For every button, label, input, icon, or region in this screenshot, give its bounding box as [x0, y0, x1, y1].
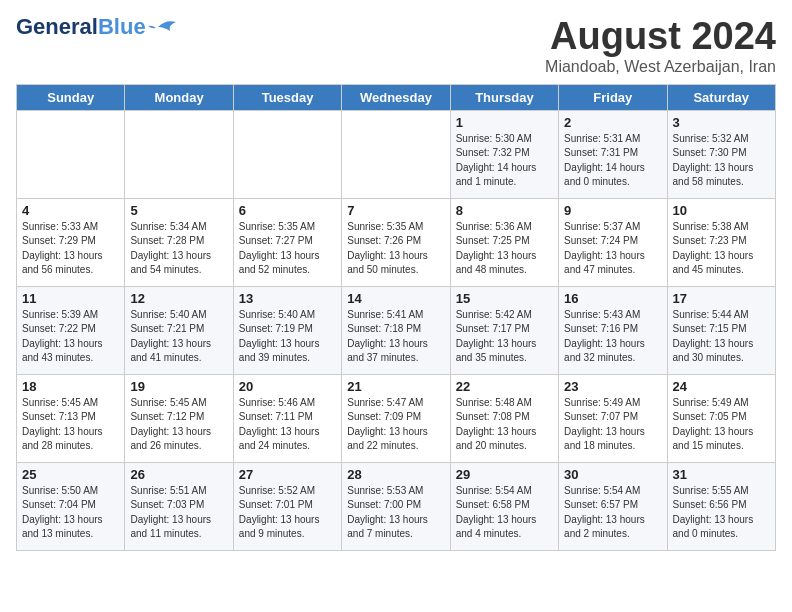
day-number: 13: [239, 291, 336, 306]
calendar-body: 1Sunrise: 5:30 AM Sunset: 7:32 PM Daylig…: [17, 110, 776, 550]
calendar-cell: 4Sunrise: 5:33 AM Sunset: 7:29 PM Daylig…: [17, 198, 125, 286]
day-info: Sunrise: 5:33 AM Sunset: 7:29 PM Dayligh…: [22, 220, 119, 278]
day-info: Sunrise: 5:49 AM Sunset: 7:05 PM Dayligh…: [673, 396, 770, 454]
day-info: Sunrise: 5:54 AM Sunset: 6:58 PM Dayligh…: [456, 484, 553, 542]
day-info: Sunrise: 5:35 AM Sunset: 7:27 PM Dayligh…: [239, 220, 336, 278]
calendar-cell: 2Sunrise: 5:31 AM Sunset: 7:31 PM Daylig…: [559, 110, 667, 198]
day-info: Sunrise: 5:50 AM Sunset: 7:04 PM Dayligh…: [22, 484, 119, 542]
day-info: Sunrise: 5:31 AM Sunset: 7:31 PM Dayligh…: [564, 132, 661, 190]
weekday-header-thursday: Thursday: [450, 84, 558, 110]
day-number: 24: [673, 379, 770, 394]
calendar-title: August 2024: [545, 16, 776, 58]
logo-bird-icon: [148, 17, 178, 37]
weekday-header-sunday: Sunday: [17, 84, 125, 110]
calendar-week-5: 25Sunrise: 5:50 AM Sunset: 7:04 PM Dayli…: [17, 462, 776, 550]
day-info: Sunrise: 5:40 AM Sunset: 7:21 PM Dayligh…: [130, 308, 227, 366]
weekday-header-tuesday: Tuesday: [233, 84, 341, 110]
day-number: 9: [564, 203, 661, 218]
calendar-cell: 10Sunrise: 5:38 AM Sunset: 7:23 PM Dayli…: [667, 198, 775, 286]
day-number: 4: [22, 203, 119, 218]
calendar-cell: 16Sunrise: 5:43 AM Sunset: 7:16 PM Dayli…: [559, 286, 667, 374]
day-number: 1: [456, 115, 553, 130]
calendar-cell: 26Sunrise: 5:51 AM Sunset: 7:03 PM Dayli…: [125, 462, 233, 550]
page-header: GeneralBlue August 2024 Miandoab, West A…: [16, 16, 776, 76]
calendar-week-2: 4Sunrise: 5:33 AM Sunset: 7:29 PM Daylig…: [17, 198, 776, 286]
day-info: Sunrise: 5:44 AM Sunset: 7:15 PM Dayligh…: [673, 308, 770, 366]
day-number: 31: [673, 467, 770, 482]
calendar-cell: 18Sunrise: 5:45 AM Sunset: 7:13 PM Dayli…: [17, 374, 125, 462]
day-number: 30: [564, 467, 661, 482]
day-info: Sunrise: 5:48 AM Sunset: 7:08 PM Dayligh…: [456, 396, 553, 454]
calendar-week-1: 1Sunrise: 5:30 AM Sunset: 7:32 PM Daylig…: [17, 110, 776, 198]
calendar-header: SundayMondayTuesdayWednesdayThursdayFrid…: [17, 84, 776, 110]
day-number: 17: [673, 291, 770, 306]
calendar-cell: 12Sunrise: 5:40 AM Sunset: 7:21 PM Dayli…: [125, 286, 233, 374]
day-number: 8: [456, 203, 553, 218]
calendar-cell: 5Sunrise: 5:34 AM Sunset: 7:28 PM Daylig…: [125, 198, 233, 286]
calendar-cell: 14Sunrise: 5:41 AM Sunset: 7:18 PM Dayli…: [342, 286, 450, 374]
day-info: Sunrise: 5:45 AM Sunset: 7:13 PM Dayligh…: [22, 396, 119, 454]
calendar-cell: 13Sunrise: 5:40 AM Sunset: 7:19 PM Dayli…: [233, 286, 341, 374]
calendar-cell: 6Sunrise: 5:35 AM Sunset: 7:27 PM Daylig…: [233, 198, 341, 286]
calendar-cell: [125, 110, 233, 198]
calendar-cell: 20Sunrise: 5:46 AM Sunset: 7:11 PM Dayli…: [233, 374, 341, 462]
day-info: Sunrise: 5:34 AM Sunset: 7:28 PM Dayligh…: [130, 220, 227, 278]
day-info: Sunrise: 5:46 AM Sunset: 7:11 PM Dayligh…: [239, 396, 336, 454]
weekday-header-saturday: Saturday: [667, 84, 775, 110]
day-number: 29: [456, 467, 553, 482]
day-number: 14: [347, 291, 444, 306]
day-number: 5: [130, 203, 227, 218]
day-number: 19: [130, 379, 227, 394]
calendar-week-4: 18Sunrise: 5:45 AM Sunset: 7:13 PM Dayli…: [17, 374, 776, 462]
day-info: Sunrise: 5:54 AM Sunset: 6:57 PM Dayligh…: [564, 484, 661, 542]
day-number: 11: [22, 291, 119, 306]
calendar-cell: [17, 110, 125, 198]
day-number: 10: [673, 203, 770, 218]
calendar-subtitle: Miandoab, West Azerbaijan, Iran: [545, 58, 776, 76]
calendar-cell: 1Sunrise: 5:30 AM Sunset: 7:32 PM Daylig…: [450, 110, 558, 198]
day-number: 27: [239, 467, 336, 482]
day-info: Sunrise: 5:43 AM Sunset: 7:16 PM Dayligh…: [564, 308, 661, 366]
calendar-cell: [342, 110, 450, 198]
day-number: 23: [564, 379, 661, 394]
day-info: Sunrise: 5:32 AM Sunset: 7:30 PM Dayligh…: [673, 132, 770, 190]
calendar-cell: 17Sunrise: 5:44 AM Sunset: 7:15 PM Dayli…: [667, 286, 775, 374]
calendar-cell: 21Sunrise: 5:47 AM Sunset: 7:09 PM Dayli…: [342, 374, 450, 462]
logo-text: GeneralBlue: [16, 16, 146, 38]
calendar-cell: 30Sunrise: 5:54 AM Sunset: 6:57 PM Dayli…: [559, 462, 667, 550]
calendar-table: SundayMondayTuesdayWednesdayThursdayFrid…: [16, 84, 776, 551]
calendar-cell: 24Sunrise: 5:49 AM Sunset: 7:05 PM Dayli…: [667, 374, 775, 462]
day-info: Sunrise: 5:52 AM Sunset: 7:01 PM Dayligh…: [239, 484, 336, 542]
weekday-header-wednesday: Wednesday: [342, 84, 450, 110]
title-section: August 2024 Miandoab, West Azerbaijan, I…: [545, 16, 776, 76]
weekday-header-monday: Monday: [125, 84, 233, 110]
day-info: Sunrise: 5:35 AM Sunset: 7:26 PM Dayligh…: [347, 220, 444, 278]
day-number: 16: [564, 291, 661, 306]
day-info: Sunrise: 5:39 AM Sunset: 7:22 PM Dayligh…: [22, 308, 119, 366]
calendar-cell: 23Sunrise: 5:49 AM Sunset: 7:07 PM Dayli…: [559, 374, 667, 462]
logo: GeneralBlue: [16, 16, 178, 38]
day-number: 22: [456, 379, 553, 394]
calendar-cell: 9Sunrise: 5:37 AM Sunset: 7:24 PM Daylig…: [559, 198, 667, 286]
day-info: Sunrise: 5:49 AM Sunset: 7:07 PM Dayligh…: [564, 396, 661, 454]
day-info: Sunrise: 5:37 AM Sunset: 7:24 PM Dayligh…: [564, 220, 661, 278]
day-number: 18: [22, 379, 119, 394]
calendar-cell: 7Sunrise: 5:35 AM Sunset: 7:26 PM Daylig…: [342, 198, 450, 286]
day-number: 3: [673, 115, 770, 130]
calendar-cell: 11Sunrise: 5:39 AM Sunset: 7:22 PM Dayli…: [17, 286, 125, 374]
day-info: Sunrise: 5:38 AM Sunset: 7:23 PM Dayligh…: [673, 220, 770, 278]
calendar-cell: 22Sunrise: 5:48 AM Sunset: 7:08 PM Dayli…: [450, 374, 558, 462]
day-number: 21: [347, 379, 444, 394]
day-number: 25: [22, 467, 119, 482]
calendar-cell: 8Sunrise: 5:36 AM Sunset: 7:25 PM Daylig…: [450, 198, 558, 286]
weekday-header-friday: Friday: [559, 84, 667, 110]
weekday-row: SundayMondayTuesdayWednesdayThursdayFrid…: [17, 84, 776, 110]
calendar-week-3: 11Sunrise: 5:39 AM Sunset: 7:22 PM Dayli…: [17, 286, 776, 374]
calendar-cell: 3Sunrise: 5:32 AM Sunset: 7:30 PM Daylig…: [667, 110, 775, 198]
day-number: 28: [347, 467, 444, 482]
day-number: 7: [347, 203, 444, 218]
day-number: 26: [130, 467, 227, 482]
day-info: Sunrise: 5:53 AM Sunset: 7:00 PM Dayligh…: [347, 484, 444, 542]
calendar-cell: 28Sunrise: 5:53 AM Sunset: 7:00 PM Dayli…: [342, 462, 450, 550]
calendar-cell: 29Sunrise: 5:54 AM Sunset: 6:58 PM Dayli…: [450, 462, 558, 550]
